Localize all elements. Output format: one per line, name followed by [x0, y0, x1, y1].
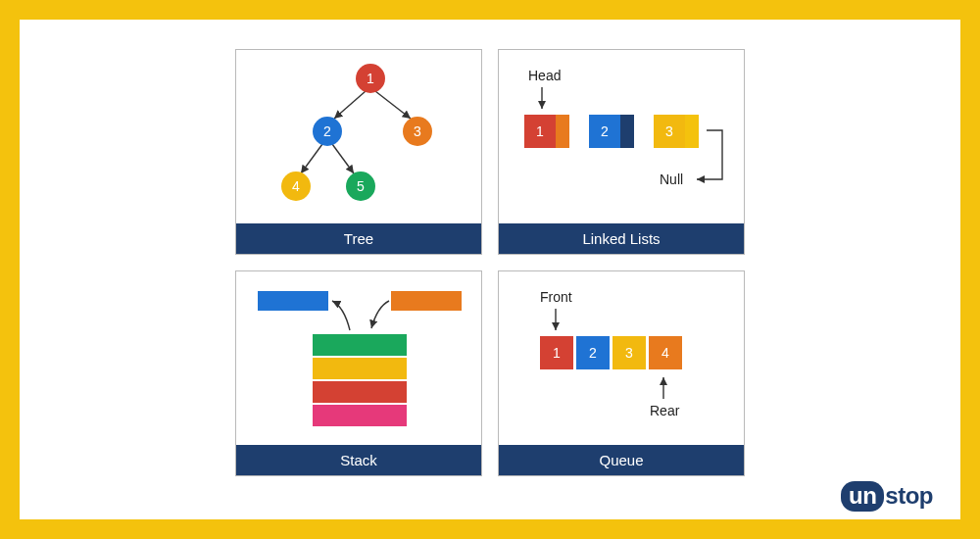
tree-body: 1 2 3 4 5: [236, 50, 481, 223]
tree-node-5: 5: [346, 172, 375, 201]
node-label: 3: [414, 123, 421, 139]
svg-line-2: [301, 144, 322, 173]
queue-cell-1: 1: [540, 336, 573, 369]
diagram-grid: 1 2 3 4 5 Tree Head: [235, 20, 745, 476]
queue-cell-4: 4: [649, 336, 682, 369]
stack-item-4: [313, 405, 407, 426]
panel-queue: Front 1 2 3 4 Rear Queue: [498, 270, 745, 476]
ll-value: 1: [536, 123, 544, 139]
panel-title-queue: Queue: [499, 445, 744, 475]
ll-pointer: [620, 115, 634, 148]
unstop-logo: unstop: [841, 482, 933, 510]
ll-pointer: [556, 115, 569, 148]
queue-cell-2: 2: [576, 336, 610, 369]
panel-stack: Stack: [235, 270, 482, 476]
node-label: 1: [367, 71, 374, 86]
svg-line-1: [375, 91, 411, 119]
logo-prefix: un: [841, 481, 884, 512]
rear-label: Rear: [650, 403, 679, 418]
linked-list-body: Head 1 2: [499, 50, 744, 223]
stack-item-2: [313, 358, 407, 379]
queue-body: Front 1 2 3 4 Rear: [499, 271, 744, 445]
panel-linked-list: Head 1 2: [498, 49, 745, 255]
ll-value: 3: [665, 123, 673, 139]
stack-item-1: [313, 334, 407, 356]
logo-suffix: stop: [885, 482, 933, 509]
svg-line-3: [332, 144, 354, 173]
q-value: 2: [589, 345, 597, 361]
panel-title-tree: Tree: [236, 223, 481, 254]
tree-node-1: 1: [356, 64, 385, 93]
panel-title-linked-list: Linked Lists: [499, 223, 744, 254]
queue-cell-3: 3: [612, 336, 646, 369]
ll-data: 3: [654, 115, 685, 148]
node-label: 2: [323, 123, 331, 139]
svg-line-0: [334, 91, 366, 119]
tree-node-2: 2: [313, 117, 342, 146]
ll-data: 2: [589, 115, 620, 148]
ll-data: 1: [524, 115, 556, 148]
q-value: 3: [625, 345, 633, 361]
canvas: 1 2 3 4 5 Tree Head: [20, 20, 960, 519]
ll-node-3: 3: [654, 115, 699, 148]
stack-body: [236, 271, 481, 445]
tree-node-3: 3: [403, 117, 432, 146]
panel-tree: 1 2 3 4 5 Tree: [235, 49, 482, 255]
ll-node-1: 1: [524, 115, 569, 148]
null-label: Null: [660, 172, 683, 187]
ll-node-2: 2: [589, 115, 634, 148]
node-label: 5: [357, 178, 365, 194]
ll-pointer: [685, 115, 699, 148]
ll-value: 2: [601, 123, 609, 139]
q-value: 1: [553, 345, 561, 361]
panel-title-stack: Stack: [236, 445, 481, 475]
tree-node-4: 4: [281, 172, 311, 201]
node-label: 4: [292, 178, 300, 194]
q-value: 4: [662, 345, 669, 361]
stack-item-3: [313, 381, 407, 403]
